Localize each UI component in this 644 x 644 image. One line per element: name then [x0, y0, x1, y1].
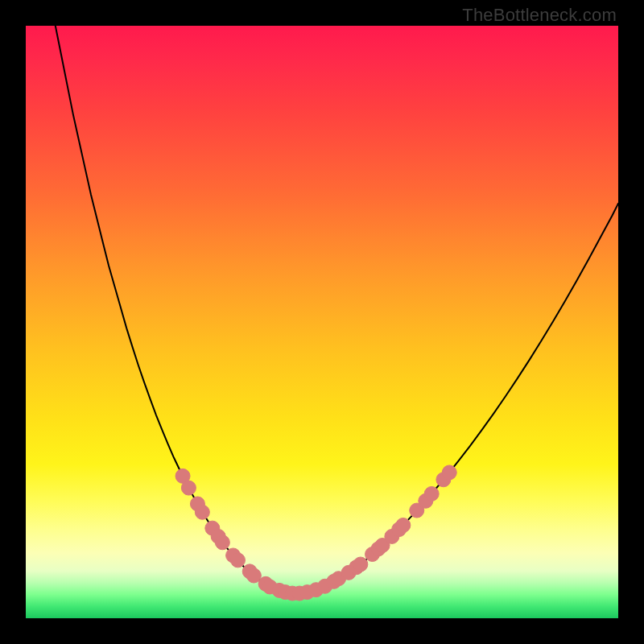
curve-marker — [181, 481, 196, 495]
curve-marker — [353, 557, 368, 572]
curve-marker — [195, 505, 209, 519]
plot-area — [26, 26, 618, 618]
chart-frame: TheBottleneck.com — [0, 0, 644, 644]
curve-marker — [442, 465, 456, 480]
bottleneck-curve-svg — [26, 26, 618, 618]
curve-marker — [230, 553, 245, 568]
curve-markers — [175, 465, 456, 601]
curve-marker — [424, 486, 439, 501]
curve-marker — [396, 518, 411, 532]
bottleneck-curve — [56, 26, 618, 593]
watermark-text: TheBottleneck.com — [462, 5, 617, 26]
curve-marker — [215, 535, 229, 550]
